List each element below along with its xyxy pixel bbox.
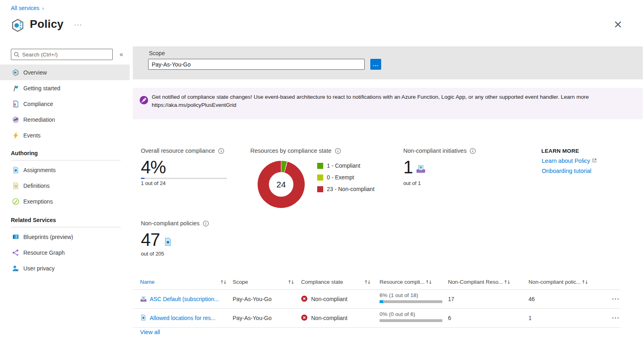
row-actions-button[interactable]: ··· (603, 308, 620, 327)
sidebar: « Overview Getting started Compliance Re… (0, 44, 130, 343)
page-title: Policy (30, 18, 64, 31)
row-non-compliant-resources: 17 (448, 289, 524, 308)
events-lightning-icon (12, 132, 19, 139)
overall-compliance-progressbar (141, 178, 227, 179)
sidebar-item-label: Blueprints (preview) (23, 234, 73, 240)
column-header-non-compliant-policies[interactable]: Non-compliant polic...↑↓ (528, 279, 599, 285)
sort-icon: ↑↓ (425, 279, 431, 285)
row-actions-button[interactable]: ··· (603, 289, 620, 308)
sidebar-search[interactable] (11, 49, 113, 60)
row-compliance-state: Non-compliant (301, 308, 370, 327)
sidebar-item-overview[interactable]: Overview (0, 64, 130, 80)
info-icon[interactable] (335, 148, 341, 154)
learn-about-policy-link[interactable]: Learn about Policy (542, 158, 597, 164)
sort-icon: ↑↓ (220, 279, 226, 285)
sidebar-item-label: Exemptions (23, 198, 53, 205)
sort-icon: ↑↓ (582, 279, 588, 285)
error-circle-icon (301, 295, 308, 302)
non-compliant-initiatives-value: 1 (403, 158, 426, 177)
non-compliant-policies-value: 47 (141, 231, 172, 249)
row-name-link[interactable]: Allowed locations for res... (140, 308, 226, 327)
legend-swatch-exempt (317, 175, 323, 181)
sidebar-item-events[interactable]: Events (0, 127, 130, 143)
initiative-icon (140, 295, 147, 302)
row-non-compliant-policies: 1 (528, 308, 599, 327)
table-row: Allowed locations for res... Pay-As-You-… (133, 308, 621, 327)
sidebar-item-blueprints[interactable]: Blueprints (preview) (0, 229, 130, 245)
row-resource-compliance: 0% (0 out of 6) (380, 308, 444, 327)
sidebar-item-label: Overview (23, 69, 47, 76)
row-scope: Pay-As-You-Go (233, 308, 294, 327)
title-more-button[interactable]: ··· (74, 21, 83, 28)
row-resource-compliance: 6% (1 out of 18) (380, 289, 444, 308)
learn-more-title: LEARN MORE (541, 148, 579, 154)
legend-item-exempt: 0 - Exempt (317, 174, 374, 181)
non-compliant-policies-subtitle: out of 205 (141, 251, 164, 257)
non-compliant-initiatives-subtitle: out of 1 (403, 180, 421, 186)
error-circle-icon (301, 314, 308, 321)
sidebar-item-label: Definitions (23, 183, 50, 189)
sidebar-item-compliance[interactable]: Compliance (0, 96, 130, 112)
column-header-non-compliant-resources[interactable]: Non-Compliant Reso...↑↓ (448, 279, 524, 285)
donut-chart-title: Resources by compliance state (250, 148, 341, 154)
resource-graph-icon (12, 249, 19, 256)
scope-label: Scope (149, 50, 165, 56)
row-compliance-state: Non-compliant (301, 289, 370, 308)
info-icon[interactable] (203, 220, 209, 227)
sidebar-section-related-services: Related Services (11, 217, 56, 223)
column-header-name[interactable]: Name↑↓ (140, 279, 226, 285)
rocket-icon (140, 96, 148, 104)
exemptions-pencil-icon (12, 198, 19, 205)
banner-message: Get notified of compliance state changes… (152, 94, 589, 100)
breadcrumb-chevron-icon: › (42, 5, 44, 11)
overall-compliance-subtitle: 1 out of 24 (141, 180, 165, 186)
column-header-scope[interactable]: Scope↑↓ (233, 279, 294, 285)
banner-link[interactable]: https://aka.ms/policyPlusEventGrid (152, 102, 236, 108)
resource-compliance-bar (380, 319, 442, 322)
donut-center-label: 24 (269, 172, 293, 197)
user-privacy-icon (12, 265, 19, 272)
overall-compliance-value: 4% (141, 158, 166, 177)
assignments-doc-icon (12, 166, 19, 174)
row-scope: Pay-As-You-Go (233, 289, 294, 308)
info-icon[interactable] (470, 148, 476, 154)
breadcrumb: All services› (11, 5, 44, 11)
scope-input[interactable] (148, 59, 365, 70)
sidebar-item-definitions[interactable]: Definitions (0, 178, 130, 193)
legend-swatch-non-compliant (317, 186, 323, 192)
sidebar-item-label: Assignments (23, 167, 56, 173)
row-non-compliant-policies: 46 (528, 289, 599, 308)
onboarding-tutorial-link[interactable]: Onboarding tutorial (542, 168, 591, 174)
sidebar-item-assignments[interactable]: Assignments (0, 162, 130, 178)
row-name-link[interactable]: ASC Default (subscription... (140, 289, 226, 308)
sidebar-item-resource-graph[interactable]: Resource Graph (0, 245, 130, 260)
sidebar-item-label: Getting started (23, 85, 60, 91)
resource-compliance-bar (380, 300, 442, 303)
sidebar-item-getting-started[interactable]: Getting started (0, 80, 130, 96)
close-icon[interactable]: × (613, 19, 623, 29)
sort-icon: ↑↓ (288, 279, 294, 285)
divider (11, 227, 121, 227)
sidebar-item-exemptions[interactable]: Exemptions (0, 193, 130, 209)
sort-icon: ↑↓ (504, 279, 510, 285)
compliance-doc-icon (12, 100, 19, 108)
sidebar-item-user-privacy[interactable]: User privacy (0, 260, 130, 276)
getting-started-flag-icon (12, 85, 19, 92)
sidebar-item-remediation[interactable]: Remediation (0, 112, 130, 127)
breadcrumb-all-services-link[interactable]: All services (11, 5, 39, 11)
column-header-compliance-state[interactable]: Compliance state↑↓ (301, 279, 370, 285)
compliance-donut-chart[interactable]: 24 (258, 161, 305, 208)
non-compliant-policies-title: Non-compliant policies (141, 220, 209, 227)
search-input[interactable] (22, 52, 110, 58)
column-header-resource-compliance[interactable]: Resource compli...↑↓ (380, 279, 444, 285)
policy-logo-icon (10, 18, 25, 33)
sidebar-item-label: Events (23, 132, 41, 139)
view-all-link[interactable]: View all (140, 329, 160, 335)
sidebar-collapse-button[interactable]: « (120, 51, 123, 58)
definitions-doc-icon (12, 182, 19, 189)
divider (133, 327, 621, 328)
scope-browse-button[interactable]: ... (370, 59, 381, 70)
sidebar-item-label: Compliance (23, 101, 53, 107)
sidebar-item-label: User privacy (23, 265, 55, 272)
info-icon[interactable] (218, 148, 224, 154)
